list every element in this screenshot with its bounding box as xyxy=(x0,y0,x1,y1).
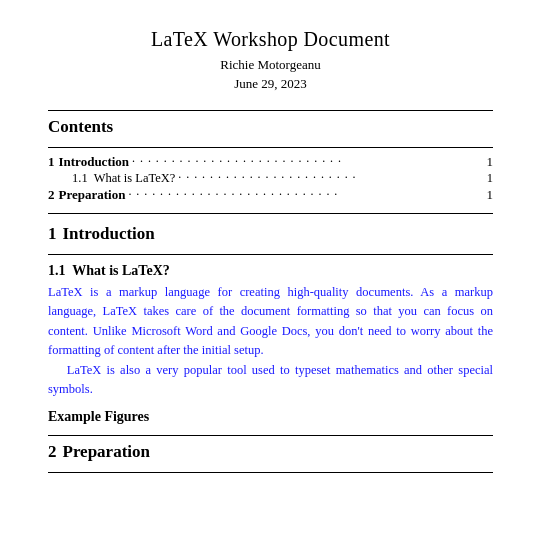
section2-heading: 2Preparation xyxy=(48,442,493,462)
document-title: LaTeX Workshop Document xyxy=(48,28,493,51)
section2-divider-top xyxy=(48,435,493,436)
toc-sublabel-1-1: What is LaTeX? xyxy=(94,171,176,186)
section2-divider-bottom xyxy=(48,472,493,473)
page: LaTeX Workshop Document Richie Motorgean… xyxy=(0,0,541,549)
document-author: Richie Motorgeanu xyxy=(48,57,493,73)
toc-dots-2: · · · · · · · · · · · · · · · · · · · · … xyxy=(128,187,483,202)
toc-subentry-1-1: 1.1 What is LaTeX? · · · · · · · · · · ·… xyxy=(72,171,493,186)
toc-subnum-1-1: 1.1 xyxy=(72,171,88,186)
example-figures-heading: Example Figures xyxy=(48,409,493,425)
toc-divider-top xyxy=(48,110,493,111)
section2-num: 2 xyxy=(48,442,57,461)
toc-page-2: 1 xyxy=(487,187,494,203)
toc-page-1: 1 xyxy=(487,154,494,170)
section1-divider-top xyxy=(48,213,493,214)
toc-heading: Contents xyxy=(48,117,493,137)
toc-dots-1: · · · · · · · · · · · · · · · · · · · · … xyxy=(132,154,483,169)
toc-divider-bottom xyxy=(48,147,493,148)
toc-entry-preparation: 2 Preparation · · · · · · · · · · · · · … xyxy=(48,187,493,203)
subsection-1-1-title: What is LaTeX? xyxy=(72,263,170,278)
section1-divider-bottom xyxy=(48,254,493,255)
body-para-2-text: LaTeX is also a very popular tool used t… xyxy=(48,361,493,400)
toc-dots-1-1: · · · · · · · · · · · · · · · · · · · · … xyxy=(178,170,483,185)
subsection-1-1-num: 1.1 xyxy=(48,263,66,278)
title-block: LaTeX Workshop Document Richie Motorgean… xyxy=(48,28,493,92)
body-para-1: LaTeX is a markup language for creating … xyxy=(48,283,493,399)
section1-num: 1 xyxy=(48,224,57,243)
toc-label-preparation: Preparation xyxy=(59,187,126,203)
toc-page-1-1: 1 xyxy=(487,171,493,186)
document-date: June 29, 2023 xyxy=(48,76,493,92)
section1-heading: 1Introduction xyxy=(48,224,493,244)
subsection-1-1-heading: 1.1 What is LaTeX? xyxy=(48,263,493,279)
toc-entry-introduction: 1 Introduction · · · · · · · · · · · · ·… xyxy=(48,154,493,170)
section2-title: Preparation xyxy=(63,442,151,461)
toc-num-2: 2 xyxy=(48,187,55,203)
toc-num-1: 1 xyxy=(48,154,55,170)
body-para-1-text: LaTeX is a markup language for creating … xyxy=(48,285,493,357)
section1-title: Introduction xyxy=(63,224,155,243)
toc-label-introduction: Introduction xyxy=(59,154,130,170)
